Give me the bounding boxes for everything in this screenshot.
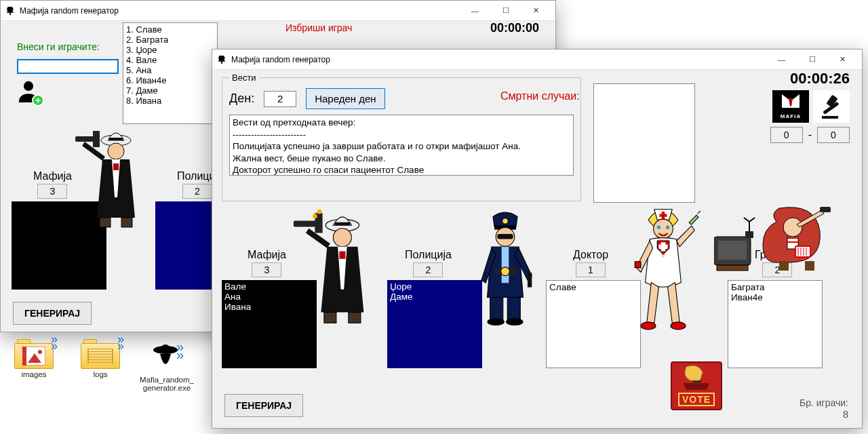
svg-point-5 [108, 143, 124, 159]
svg-rect-1 [75, 136, 96, 142]
mafia-count: 3 [252, 262, 281, 277]
svg-rect-10 [22, 347, 26, 366]
window-front: Мафија random генератор — ☐ ✕ 00:00:26 M… [212, 49, 863, 429]
mafia-badge-icon: MAFIA [772, 90, 809, 123]
deaths-label: Смртни случаи: [500, 90, 580, 102]
svg-point-11 [38, 350, 42, 354]
svg-point-30 [502, 218, 509, 224]
minimize-button[interactable]: — [766, 50, 797, 70]
app-icon [216, 54, 227, 65]
police-icon [471, 211, 539, 326]
close-button[interactable]: ✕ [521, 1, 551, 21]
gavel-icon [813, 90, 850, 123]
maximize-button[interactable]: ☐ [797, 50, 827, 70]
svg-rect-28 [349, 313, 361, 323]
doctor-count: 1 [576, 262, 606, 277]
news-legend: Вести [229, 73, 259, 83]
svg-point-47 [671, 322, 686, 330]
mafia-label-back: Мафија [33, 170, 72, 182]
score-judge: 0 [817, 127, 850, 143]
svg-rect-37 [490, 298, 503, 321]
svg-text:»: » [176, 347, 184, 362]
svg-rect-33 [502, 247, 509, 283]
enter-players-label: Внеси ги играчите: [17, 41, 100, 52]
svg-point-46 [641, 322, 656, 330]
svg-rect-44 [689, 215, 698, 224]
minimize-button[interactable]: — [460, 1, 490, 21]
svg-point-35 [501, 267, 510, 276]
svg-rect-26 [339, 252, 345, 259]
svg-point-22 [313, 214, 317, 218]
svg-point-42 [657, 225, 661, 229]
citizen-list[interactable]: БагратаИван4е [728, 280, 823, 368]
svg-point-40 [506, 318, 524, 326]
vote-button[interactable]: VOTE [671, 361, 722, 410]
svg-rect-19 [294, 221, 317, 227]
mafia-count-back: 3 [37, 184, 67, 199]
gangster-icon [68, 123, 143, 231]
player-name-input[interactable] [17, 59, 119, 74]
svg-point-39 [487, 318, 505, 326]
next-day-button[interactable]: Нареден ден [306, 88, 384, 109]
delete-player-label[interactable]: Избриши играч [285, 22, 352, 33]
svg-rect-32 [497, 234, 513, 239]
police-list[interactable]: ЏореДаме [387, 280, 482, 368]
news-text[interactable] [229, 115, 574, 176]
score-mafia: 0 [770, 127, 803, 143]
title: Мафија random генератор [20, 6, 119, 16]
svg-rect-60 [820, 207, 831, 212]
police-label: Полиција [405, 249, 452, 261]
svg-rect-18 [822, 116, 838, 119]
svg-rect-38 [507, 298, 520, 321]
desktop-icon-exe[interactable]: »» Mafia_random_generator.exe [140, 339, 194, 392]
mafia-label: Мафија [248, 249, 286, 261]
timer-back: 00:00:00 [490, 21, 539, 35]
citizen-icon [714, 197, 836, 279]
svg-rect-36 [528, 273, 532, 287]
svg-line-57 [744, 218, 749, 222]
police-count-back: 2 [182, 184, 212, 199]
svg-rect-7 [100, 218, 111, 227]
day-label: Ден: [229, 92, 254, 106]
player-count-label: Бр. играчи: [800, 397, 848, 408]
svg-rect-54 [718, 241, 747, 260]
day-value: 2 [264, 91, 296, 107]
svg-point-21 [317, 210, 322, 214]
titlebar-front[interactable]: Мафија random генератор — ☐ ✕ [212, 50, 862, 70]
svg-point-0 [24, 81, 33, 91]
svg-rect-8 [121, 218, 132, 227]
svg-rect-59 [717, 265, 748, 271]
svg-line-58 [749, 218, 755, 222]
nurse-icon [626, 203, 701, 338]
plus-icon: + [32, 94, 44, 106]
players-list[interactable]: 1. Славе2. Баграта3. Џоре4. Вале5. Ана6.… [123, 22, 218, 124]
maximize-button[interactable]: ☐ [490, 1, 521, 21]
titlebar-back[interactable]: Мафија random генератор — ☐ ✕ [1, 1, 555, 21]
svg-point-43 [666, 225, 670, 229]
app-icon [5, 5, 16, 16]
svg-rect-48 [779, 261, 789, 271]
timer-front: 00:00:26 [770, 70, 850, 87]
gangster-icon [287, 205, 375, 328]
svg-rect-55 [745, 231, 753, 238]
svg-rect-27 [324, 313, 336, 323]
player-count: 8 [800, 408, 848, 420]
svg-point-25 [333, 229, 351, 247]
svg-rect-4 [109, 138, 123, 140]
generate-button-front[interactable]: ГЕНЕРИРАЈ [224, 394, 303, 417]
deaths-list[interactable] [593, 83, 695, 203]
desktop-icon-images[interactable]: »» images [7, 339, 61, 378]
generate-button-back[interactable]: ГЕНЕРИРАЈ [13, 302, 92, 325]
svg-rect-24 [335, 222, 351, 226]
svg-rect-52 [795, 246, 810, 257]
svg-rect-49 [805, 261, 814, 271]
police-count: 2 [413, 262, 443, 277]
svg-line-45 [698, 211, 701, 214]
close-button[interactable]: ✕ [827, 50, 858, 70]
add-player-button[interactable]: + [17, 79, 41, 104]
svg-rect-6 [113, 163, 119, 170]
svg-rect-2 [93, 131, 100, 147]
doctor-label: Доктор [573, 249, 608, 261]
desktop-icon-logs[interactable]: »» logs [73, 339, 127, 378]
title: Мафија random генератор [231, 55, 330, 64]
